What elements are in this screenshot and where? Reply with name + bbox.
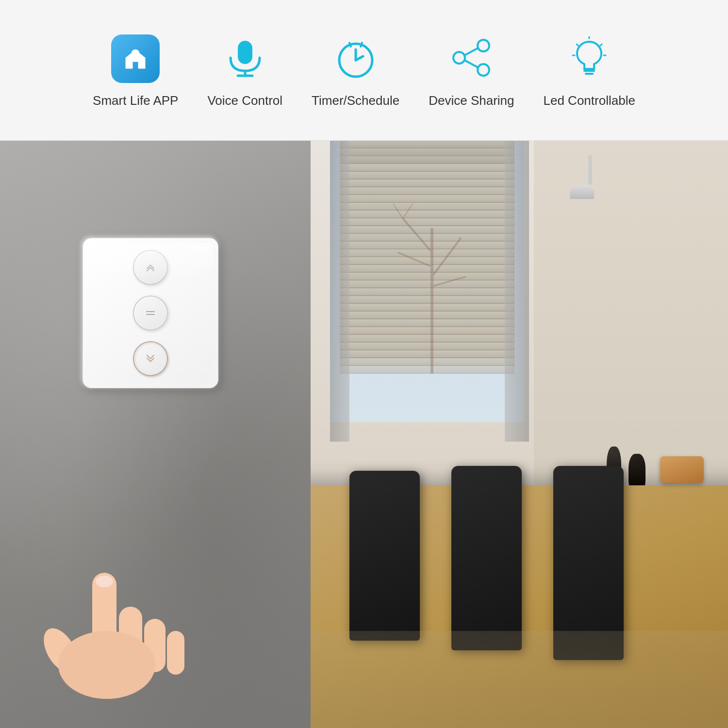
- ceiling-light: [588, 155, 592, 184]
- share-icon: [449, 36, 493, 82]
- svg-line-7: [361, 43, 362, 47]
- clock-icon: [334, 36, 378, 82]
- smart-life-icon-wrap: [109, 32, 162, 85]
- food-item: [660, 456, 704, 483]
- svg-line-6: [349, 43, 351, 47]
- bulb-icon: [567, 36, 611, 82]
- floor-glow: [311, 631, 728, 728]
- svg-line-35: [393, 204, 403, 218]
- feature-timer: Timer/Schedule: [312, 32, 399, 108]
- chair-1: [349, 471, 420, 641]
- voice-control-label: Voice Control: [207, 93, 282, 108]
- svg-line-31: [403, 218, 432, 252]
- svg-line-34: [432, 277, 466, 286]
- feature-smart-life: Smart Life APP: [93, 32, 178, 108]
- svg-point-10: [453, 52, 465, 64]
- svg-rect-27: [167, 631, 184, 675]
- device-sharing-label: Device Sharing: [429, 93, 514, 108]
- tree-silhouette: [383, 180, 480, 374]
- image-section: [0, 141, 728, 728]
- smart-life-icon: [111, 34, 160, 83]
- svg-rect-0: [238, 41, 252, 64]
- bulb-icon-wrap: [563, 32, 616, 85]
- led-label: Led Controllable: [544, 93, 635, 108]
- chair-2: [451, 466, 522, 650]
- feature-voice-control: Voice Control: [207, 32, 282, 108]
- switch-stop-button[interactable]: [133, 296, 168, 331]
- svg-line-11: [464, 48, 478, 55]
- smart-switch: [83, 238, 218, 388]
- smart-life-label: Smart Life APP: [93, 93, 178, 108]
- timer-label: Timer/Schedule: [312, 93, 399, 108]
- feature-bar: Smart Life APP Voice Control: [0, 0, 728, 141]
- switch-down-button[interactable]: [133, 341, 168, 376]
- curtain-right: [505, 141, 529, 442]
- vase-2: [629, 454, 645, 490]
- svg-point-8: [478, 40, 489, 51]
- svg-line-12: [464, 60, 478, 67]
- microphone-icon-wrap: [218, 32, 272, 85]
- microphone-icon: [223, 36, 267, 82]
- svg-point-29: [58, 631, 155, 699]
- clock-icon-wrap: [329, 32, 382, 85]
- feature-led: Led Controllable: [544, 32, 635, 108]
- light-fixture: [570, 184, 594, 199]
- hand-illustration: [29, 510, 194, 704]
- right-panel: [311, 141, 728, 728]
- svg-line-18: [577, 44, 578, 46]
- feature-device-sharing: Device Sharing: [429, 32, 514, 108]
- curtain-left: [330, 141, 349, 442]
- svg-point-28: [96, 576, 113, 587]
- svg-line-32: [432, 238, 461, 277]
- svg-point-9: [478, 64, 489, 76]
- left-panel: [0, 141, 311, 728]
- switch-up-button[interactable]: [133, 250, 168, 285]
- svg-line-16: [600, 44, 602, 46]
- svg-line-33: [398, 252, 432, 267]
- share-icon-wrap: [445, 32, 498, 85]
- svg-line-36: [403, 204, 413, 218]
